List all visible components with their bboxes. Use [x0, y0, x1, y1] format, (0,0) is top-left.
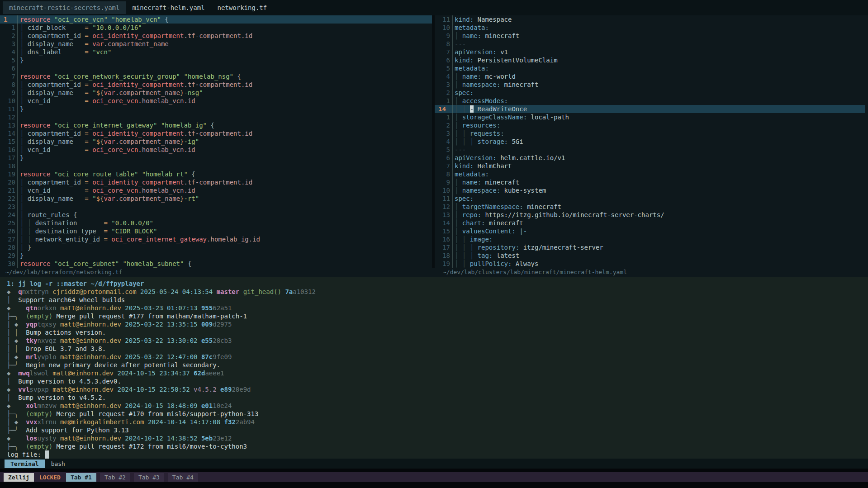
code-line[interactable]: 3│ namespace: minecraft — [435, 81, 865, 89]
code-line[interactable]: 9│ name: minecraft — [435, 178, 865, 186]
buffer-tab[interactable]: minecraft-helm.yaml — [126, 1, 211, 14]
code-line[interactable]: 4│ │ │ storage: 5Gi — [435, 137, 865, 146]
code-line[interactable]: 9│ display_name = "${var.compartment_nam… — [0, 89, 432, 97]
code-line[interactable]: 14│ chart: minecraft — [435, 219, 865, 227]
code-line[interactable]: 7apiVersion: v1 — [435, 48, 865, 56]
buffer-tab[interactable]: minecraft-restic-secrets.yaml — [3, 1, 126, 14]
code-line[interactable]: 1│ accessModes: — [435, 97, 865, 105]
code-line[interactable]: 4│ name: mc-world — [435, 72, 865, 81]
code-line[interactable]: 11spec: — [435, 194, 865, 203]
code-line[interactable]: 20│ compartment_id = oci_identity_compar… — [0, 178, 432, 186]
code-line[interactable]: 10metadata: — [435, 24, 865, 32]
code-line[interactable]: 17} — [0, 154, 432, 162]
token-cidb: qtn — [26, 304, 37, 312]
code-line[interactable]: 26│ │ destination_type = "CIDR_BLOCK" — [0, 227, 432, 235]
code-line[interactable]: 9│ name: minecraft — [435, 32, 865, 40]
code-line[interactable]: 16│ │ image: — [435, 235, 865, 243]
code-line[interactable]: 5} — [0, 56, 432, 64]
code-line[interactable]: 22│ display_name = "${var.compartment_na… — [0, 194, 432, 203]
code-line[interactable]: 2spec: — [435, 89, 865, 97]
code-line[interactable]: 24│ route_rules { — [0, 211, 432, 219]
code-line[interactable]: 3│ │ requests: — [435, 129, 865, 137]
line-number: 9 — [435, 178, 450, 186]
code-line[interactable]: 18 — [0, 162, 432, 170]
code-line[interactable]: 8│ compartment_id = oci_identity_compart… — [0, 81, 432, 89]
token-op: } — [180, 89, 184, 96]
token-fg — [50, 187, 85, 194]
token-fg — [217, 386, 220, 393]
code-line[interactable]: 29} — [0, 251, 432, 260]
code-line[interactable]: 19resource "oci_core_route_table" "homel… — [0, 170, 432, 178]
token-op: = — [85, 97, 88, 104]
token-g: │ — [455, 114, 462, 121]
code-line[interactable]: 19│ │ pullPolicy: Always — [435, 260, 865, 268]
code-line[interactable]: 2│ resources: — [435, 121, 865, 129]
code-line[interactable]: 11kind: Namespace — [435, 15, 865, 24]
code-line[interactable]: 8metadata: — [435, 170, 865, 178]
code-line[interactable]: 14│ │ - ReadWriteOnce — [435, 105, 865, 113]
token-cmb: f32 — [224, 418, 236, 426]
code-line[interactable]: 18│ │ │ tag: latest — [435, 251, 865, 260]
code-line[interactable]: 6apiVersion: helm.cattle.io/v1 — [435, 154, 865, 162]
code-line[interactable]: 11} — [0, 105, 432, 113]
token-cidb: yqp — [26, 321, 37, 328]
code-line[interactable]: 13resource "oci_core_internet_gateway" "… — [0, 121, 432, 129]
token-g: │ — [20, 81, 28, 88]
code-line[interactable]: 3│ display_name = var.compartment_name — [0, 40, 432, 48]
code-line[interactable]: 1│ storageClassName: local-path — [435, 113, 865, 121]
code-line[interactable]: 10│ vcn_id = oci_core_vcn.homelab_vcn.id — [0, 97, 432, 105]
code-line[interactable]: 10│ namespace: kube-system — [435, 186, 865, 194]
code-line[interactable]: 6 — [0, 64, 432, 72]
token-key: metadata: — [455, 65, 489, 72]
zellij-tab[interactable]: Tab #3 — [134, 473, 164, 482]
token-g: │ — [20, 32, 28, 39]
code-line[interactable]: 30resource "oci_core_subnet" "homelab_su… — [0, 260, 432, 268]
code-line[interactable]: 15│ valuesContent: |- — [435, 227, 865, 235]
code-line[interactable]: 4│ dns_label = "vcn" — [0, 48, 432, 56]
terminal-tab-active[interactable]: Terminal — [5, 460, 45, 468]
token-tg: ◆ — [7, 435, 26, 442]
shell-prompt-line[interactable]: log file: — [7, 450, 868, 459]
code-line[interactable]: 6kind: PersistentVolumeClaim — [435, 56, 865, 64]
token-key: metadata: — [455, 171, 489, 178]
editor-pane-minecraft-helm-yaml[interactable]: 11kind: Namespace10metadata:9│ name: min… — [435, 15, 865, 268]
code-line[interactable]: 7resource "oci_core_network_security_gro… — [0, 72, 432, 81]
token-prop: network_entity_id — [35, 236, 100, 243]
token-op: = — [85, 187, 88, 194]
code-line[interactable]: 5metadata: — [435, 64, 865, 72]
code-line[interactable]: 12│ targetNamespace: minecraft — [435, 203, 865, 211]
code-line[interactable]: 15│ display_name = "${var.compartment_na… — [0, 137, 432, 146]
line-number: 13 — [0, 121, 15, 129]
zellij-tab[interactable]: Tab #4 — [168, 473, 198, 482]
code-line[interactable]: 23│ — [0, 203, 432, 211]
buffer-tab[interactable]: networking.tf — [211, 1, 274, 14]
token-cmb: 7a — [285, 288, 293, 295]
code-line[interactable]: 1resource "oci_core_vcn" "homelab_vcn" { — [0, 15, 432, 24]
zellij-tab[interactable]: Tab #2 — [100, 473, 130, 482]
zellij-tabs: Tab #1Tab #2Tab #3Tab #4 — [66, 473, 202, 482]
token-str: "vcn" — [92, 48, 111, 56]
terminal-tab-bash[interactable]: bash — [45, 460, 71, 468]
code-line[interactable]: 14│ compartment_id = oci_identity_compar… — [0, 129, 432, 137]
code-line[interactable]: 5--- — [435, 146, 865, 154]
code-line[interactable]: 25│ │ destination = "0.0.0.0/0" — [0, 219, 432, 227]
token-op: = — [85, 24, 88, 31]
code-line[interactable]: 21│ vcn_id = oci_core_vcn.homelab_vcn.id — [0, 186, 432, 194]
code-line[interactable]: 1│ cidr_block = "10.0.0.0/16" — [0, 24, 432, 32]
code-line[interactable]: 16│ vcn_id = oci_core_vcn.homelab_vcn.id — [0, 146, 432, 154]
code-line[interactable]: 7kind: HelmChart — [435, 162, 865, 170]
code-line[interactable]: 28│ } — [0, 243, 432, 251]
token-cidd: mxttryn — [22, 288, 49, 295]
code-line[interactable]: 17│ │ │ repository: itzg/minecraft-serve… — [435, 243, 865, 251]
code-line[interactable]: 2│ compartment_id = oci_identity_compart… — [0, 32, 432, 40]
token-key: tag: — [478, 252, 493, 259]
token-prop: compartment_id — [28, 32, 81, 39]
zellij-tab[interactable]: Tab #1 — [66, 473, 96, 482]
token-op: = — [104, 236, 107, 243]
code-line[interactable]: 27│ │ network_entity_id = oci_core_inter… — [0, 235, 432, 243]
code-line[interactable]: 13│ repo: https://itzg.github.io/minecra… — [435, 211, 865, 219]
code-line[interactable]: 8--- — [435, 40, 865, 48]
code-line[interactable]: 12 — [0, 113, 432, 121]
terminal-pane[interactable]: 1: jj log -r ::master ~/d/ffpyplayer ◆ q… — [0, 277, 868, 459]
editor-pane-networking-tf[interactable]: 1resource "oci_core_vcn" "homelab_vcn" {… — [0, 15, 435, 268]
